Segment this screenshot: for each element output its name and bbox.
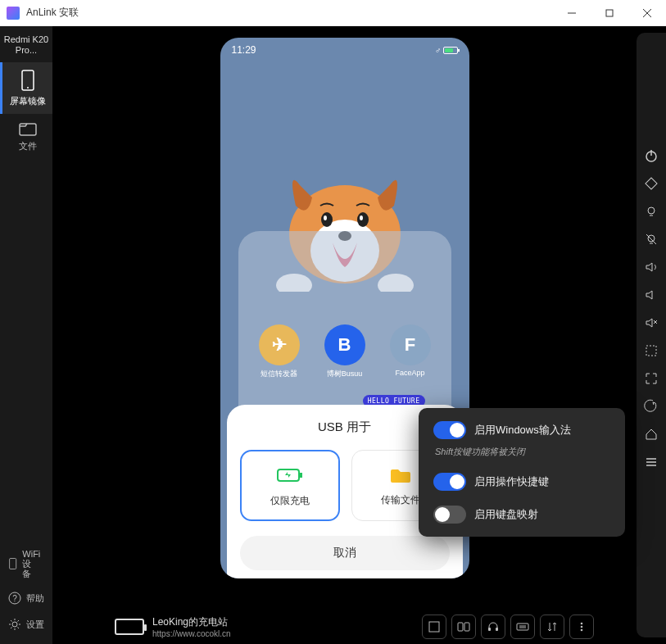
nav-files-label: 文件 — [19, 140, 37, 152]
right-toolbar — [637, 33, 666, 637]
svg-rect-21 — [300, 473, 302, 478]
cancel-button[interactable]: 取消 — [240, 536, 450, 570]
help-icon: ? — [8, 592, 21, 605]
charge-only-option[interactable]: 仅限充电 — [240, 450, 340, 521]
menu-icon[interactable] — [643, 454, 659, 470]
svg-point-14 — [357, 212, 369, 227]
svg-point-13 — [321, 212, 333, 227]
app-logo-icon — [7, 7, 20, 20]
volume-up-icon[interactable] — [643, 259, 659, 275]
svg-rect-24 — [464, 623, 469, 631]
gear-icon — [8, 618, 21, 631]
svg-point-10 — [12, 622, 17, 627]
svg-point-16 — [360, 215, 363, 220]
app-icon[interactable]: B博树Busuu — [322, 324, 368, 379]
svg-point-36 — [648, 207, 655, 214]
window-title: AnLink 安联 — [26, 6, 553, 20]
battery-outline-icon — [115, 619, 144, 635]
volume-down-icon[interactable] — [643, 287, 659, 303]
home-icon[interactable] — [643, 426, 659, 442]
maximize-button[interactable] — [591, 0, 628, 25]
shortcut-toggle[interactable] — [433, 473, 466, 491]
ime-hint: Shift按键功能将被关闭 — [435, 446, 610, 458]
svg-rect-6 — [20, 124, 36, 135]
svg-point-31 — [581, 626, 583, 628]
more-button[interactable] — [569, 615, 594, 639]
volume-mute-icon[interactable] — [643, 315, 659, 331]
svg-text:?: ? — [12, 594, 17, 603]
device-name[interactable]: Redmi K20 Pro... — [0, 31, 52, 62]
ime-toggle[interactable] — [433, 421, 466, 439]
shortcut-label: 启用操作快捷键 — [474, 474, 549, 489]
nav-mirror-label: 屏幕镜像 — [10, 95, 46, 107]
app-icon[interactable]: FFaceApp — [387, 324, 433, 379]
keymap-label: 启用键盘映射 — [474, 507, 538, 522]
rotate-icon[interactable] — [643, 175, 659, 192]
devices-button[interactable] — [451, 615, 476, 639]
nav-wifi-devices[interactable]: WiFi设 备 — [0, 542, 52, 585]
app-icon[interactable]: ✈短信转发器 — [256, 324, 302, 379]
title-bar: AnLink 安联 — [0, 0, 666, 26]
bulb-off-icon[interactable] — [643, 231, 659, 247]
nav-settings-label: 设置 — [26, 619, 44, 631]
svg-point-32 — [581, 629, 583, 632]
keyboard-button[interactable] — [510, 615, 535, 639]
expand-icon[interactable] — [643, 370, 659, 387]
svg-point-5 — [27, 87, 29, 88]
svg-rect-35 — [646, 178, 657, 189]
nav-settings[interactable]: 设置 — [0, 611, 52, 637]
headset-button[interactable] — [481, 615, 505, 639]
svg-rect-25 — [488, 628, 491, 631]
ime-label: 启用Windows输入法 — [474, 423, 571, 438]
svg-rect-23 — [458, 623, 463, 631]
nav-wifi-label: WiFi设 备 — [22, 549, 44, 578]
svg-point-38 — [648, 235, 655, 242]
svg-rect-43 — [646, 346, 656, 356]
footer-url: https://www.cocokl.cn — [152, 629, 422, 638]
left-sidebar: Redmi K20 Pro... 屏幕镜像 文件 WiFi设 备 ? 帮助 设置 — [0, 26, 52, 644]
battery-icon: ♂ — [435, 44, 458, 56]
keyboard-popover: 启用Windows输入法 Shift按键功能将被关闭 启用操作快捷键 启用键盘映… — [419, 408, 625, 537]
crop-icon[interactable] — [643, 342, 659, 359]
svg-point-15 — [324, 215, 327, 220]
footer-station: LeoKing的充电站 — [152, 615, 422, 629]
phone-icon — [8, 556, 17, 571]
svg-rect-27 — [517, 624, 528, 630]
nav-help[interactable]: ? 帮助 — [0, 585, 52, 611]
svg-rect-26 — [496, 628, 498, 631]
svg-rect-1 — [606, 10, 613, 16]
svg-point-30 — [581, 623, 583, 625]
transfer-button[interactable] — [540, 615, 564, 639]
nav-screen-mirror[interactable]: 屏幕镜像 — [0, 62, 52, 114]
nav-help-label: 帮助 — [26, 592, 44, 605]
bulb-on-icon[interactable] — [643, 203, 659, 220]
phone-time: 11:29 — [232, 44, 256, 56]
keymap-toggle[interactable] — [433, 506, 466, 524]
phone-status-bar: 11:29 ♂ — [220, 38, 469, 62]
power-icon[interactable] — [643, 147, 659, 164]
minimize-button[interactable] — [553, 0, 591, 25]
svg-rect-22 — [429, 622, 439, 632]
close-button[interactable] — [628, 0, 666, 25]
svg-rect-7 — [10, 558, 16, 569]
bottom-bar: LeoKing的充电站 https://www.cocokl.cn — [105, 615, 604, 639]
fullscreen-button[interactable] — [422, 615, 446, 639]
back-icon[interactable] — [643, 398, 659, 415]
nav-files[interactable]: 文件 — [0, 114, 52, 159]
